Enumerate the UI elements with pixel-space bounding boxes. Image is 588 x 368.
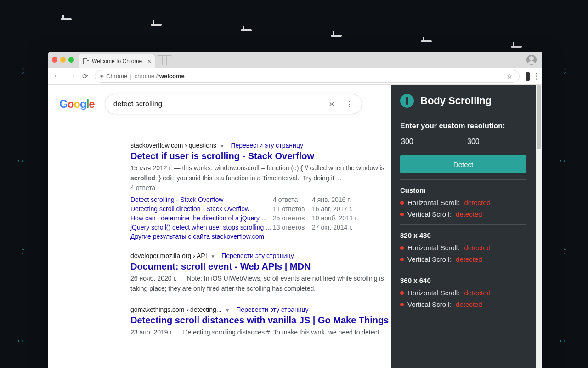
detect-button[interactable]: Detect — [400, 155, 526, 173]
status-dot-icon — [400, 201, 404, 205]
decor-plug-icon — [241, 27, 254, 32]
scroll-status-row: Vertical Scroll:detected — [400, 255, 526, 263]
bookmark-star-icon[interactable]: ☆ — [507, 73, 513, 80]
caret-down-icon[interactable]: ▼ — [225, 308, 230, 313]
decor-arrow-v-icon — [20, 64, 25, 76]
decor-plug-icon — [151, 21, 164, 27]
search-result: stackoverflow.com › questions ▼ Перевест… — [130, 142, 391, 240]
status-dot-icon — [400, 213, 404, 216]
page-scrollbar[interactable] — [536, 85, 542, 368]
section-title: Custom — [400, 186, 526, 194]
result-answers-count: 4 ответа — [130, 184, 391, 191]
decor-arrow-v-icon — [562, 245, 567, 257]
result-breadcrumb: developer.mozilla.org › API ▼ Перевести … — [130, 252, 391, 259]
related-link[interactable]: How can I determine the direction of a j… — [130, 214, 273, 222]
result-breadcrumb: gomakethings.com › detecting... ▼ Переве… — [130, 306, 391, 313]
address-sep: | — [130, 73, 131, 80]
search-result: developer.mozilla.org › API ▼ Перевести … — [130, 252, 391, 293]
related-link[interactable]: jQuery scroll() detect when user stops s… — [130, 224, 273, 231]
decor-arrow-h-icon — [16, 155, 26, 167]
result-snippet: 15 мая 2012 г. — this works: window.onsc… — [130, 163, 391, 183]
decor-plug-icon — [511, 43, 525, 49]
related-row: Detecting scroll direction - Stack Overf… — [130, 204, 391, 213]
decor-arrow-v-icon — [20, 245, 25, 257]
translate-link[interactable]: Перевести эту страницу — [231, 142, 303, 149]
tab-bar: Welcome to Chrome × — [48, 52, 542, 68]
status-dot-icon — [400, 291, 404, 295]
google-logo[interactable]: Google — [59, 98, 95, 110]
extension-icon[interactable] — [526, 72, 530, 80]
section-title: 320 x 480 — [400, 231, 526, 239]
address-path: chrome://welcome — [135, 73, 185, 80]
decor-arrow-h-icon — [16, 335, 26, 347]
related-link[interactable]: Detecting scroll direction - Stack Overf… — [130, 205, 273, 213]
scroll-status-row: Vertical Scroll:detected — [400, 210, 526, 218]
section-title: 360 x 640 — [400, 276, 526, 284]
page-content: Google detect scrolling × ⋮ stackoverflo… — [48, 85, 542, 368]
translate-link[interactable]: Перевести эту страницу — [236, 306, 308, 313]
result-title-link[interactable]: Document: scroll event - Web APIs | MDN — [130, 261, 311, 271]
related-row: Detect scrolling - Stack Overflow4 ответ… — [130, 195, 391, 204]
page-icon — [83, 58, 89, 64]
decor-plug-icon — [61, 16, 74, 21]
scroll-status-row: Horizontal Scroll:detected — [400, 244, 526, 252]
back-button[interactable]: ← — [53, 71, 61, 81]
decor-arrow-h-icon — [558, 335, 568, 347]
more-results-link[interactable]: Другие результаты с сайта stackoverflow.… — [130, 233, 264, 240]
close-tab-icon[interactable]: × — [147, 58, 151, 65]
address-host: Chrome — [106, 73, 127, 80]
voice-search-icon[interactable]: ⋮ — [346, 100, 353, 109]
close-window-icon[interactable] — [52, 57, 57, 63]
browser-tab[interactable]: Welcome to Chrome × — [79, 54, 155, 68]
result-title-link[interactable]: Detect if user is scrolling - Stack Over… — [130, 151, 314, 161]
resolution-width-input[interactable] — [400, 136, 455, 148]
decor-plug-icon — [421, 38, 435, 43]
search-results-area: Google detect scrolling × ⋮ stackoverflo… — [48, 85, 391, 368]
browser-window: Welcome to Chrome × ← → ⟳ ◈ Chrome | chr… — [48, 52, 542, 368]
extension-panel: Body Scrolling Enter your custom resolut… — [391, 85, 536, 368]
forward-button[interactable]: → — [68, 71, 76, 81]
decor-arrow-h-icon — [558, 155, 568, 167]
resolution-height-input[interactable] — [466, 136, 521, 148]
profile-avatar-icon[interactable] — [526, 55, 537, 65]
window-controls[interactable] — [52, 57, 74, 63]
status-dot-icon — [400, 258, 404, 261]
result-snippet: 23 апр. 2019 г. — Detecting scrolling di… — [130, 328, 391, 338]
related-row: How can I determine the direction of a j… — [130, 213, 391, 223]
reload-button[interactable]: ⟳ — [82, 72, 88, 80]
caret-down-icon[interactable]: ▼ — [220, 144, 225, 149]
scroll-status-row: Horizontal Scroll:detected — [400, 199, 526, 207]
clear-search-icon[interactable]: × — [329, 99, 334, 109]
caret-down-icon[interactable]: ▼ — [210, 254, 215, 259]
panel-title: Body Scrolling — [420, 95, 492, 107]
scroll-status-row: Horizontal Scroll:detected — [400, 289, 526, 297]
minimize-window-icon[interactable] — [60, 57, 66, 63]
search-result: gomakethings.com › detecting... ▼ Переве… — [130, 306, 391, 338]
site-info-icon[interactable]: ◈ — [100, 73, 103, 79]
search-input[interactable]: detect scrolling × ⋮ — [105, 94, 362, 114]
omnibox[interactable]: ◈ Chrome | chrome://welcome ☆ — [95, 70, 520, 83]
search-query: detect scrolling — [113, 100, 163, 108]
divider — [340, 98, 340, 109]
related-link[interactable]: Detect scrolling - Stack Overflow — [130, 196, 273, 203]
tab-outline-icon — [157, 55, 175, 64]
result-title-link[interactable]: Detecting scroll distances with vanilla … — [130, 315, 389, 325]
address-bar: ← → ⟳ ◈ Chrome | chrome://welcome ☆ — [48, 68, 542, 85]
status-dot-icon — [400, 303, 404, 306]
tab-title: Welcome to Chrome — [92, 58, 142, 64]
maximize-window-icon[interactable] — [68, 57, 74, 63]
scroll-status-row: Vertical Scroll:detected — [400, 300, 526, 308]
result-breadcrumb: stackoverflow.com › questions ▼ Перевест… — [130, 142, 391, 149]
result-snippet: 26 нояб. 2020 г. — Note: In iOS UIWebVie… — [130, 274, 391, 293]
resolution-label: Enter your custom resolution: — [400, 122, 526, 130]
extension-logo-icon — [400, 94, 414, 108]
translate-link[interactable]: Перевести эту страницу — [221, 252, 294, 259]
status-dot-icon — [400, 246, 404, 250]
decor-plug-icon — [331, 32, 345, 38]
browser-menu-icon[interactable] — [536, 73, 537, 80]
related-row: jQuery scroll() detect when user stops s… — [130, 223, 391, 232]
related-questions: Detect scrolling - Stack Overflow4 ответ… — [130, 195, 391, 232]
decor-arrow-v-icon — [562, 64, 567, 76]
